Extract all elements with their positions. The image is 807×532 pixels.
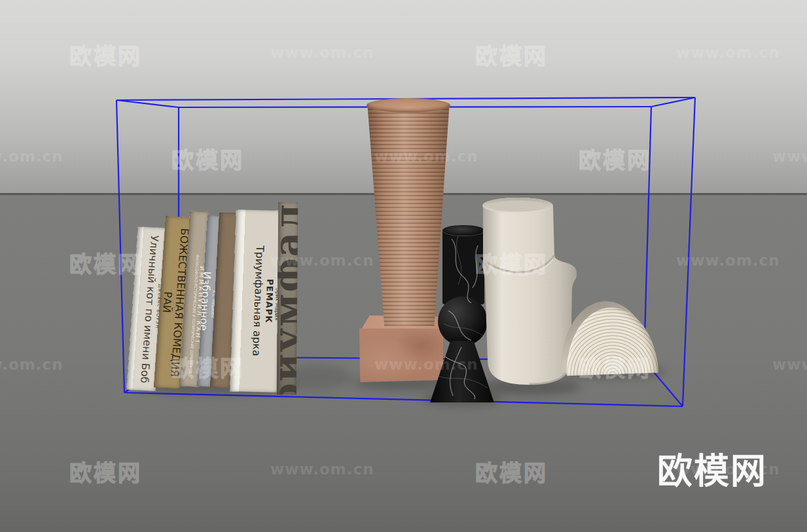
- book-7-cover: Триумфальная: [277, 202, 298, 395]
- book-6: Эрих Мария РЕМАРК Триумфальная арка: [230, 209, 283, 392]
- cover-title: Триумфальная: [277, 202, 298, 395]
- model-viewport: Джеймс БОУЭН Уличный кот по имени БобБОЖ…: [0, 0, 807, 532]
- ribbed-arch: [559, 299, 661, 377]
- spine-text: Эрих Мария РЕМАРК Триумфальная арка: [230, 209, 283, 392]
- site-logo: 欧模网: [657, 442, 767, 494]
- book-stack: Джеймс БОУЭН Уличный кот по имени БобБОЖ…: [126, 198, 302, 398]
